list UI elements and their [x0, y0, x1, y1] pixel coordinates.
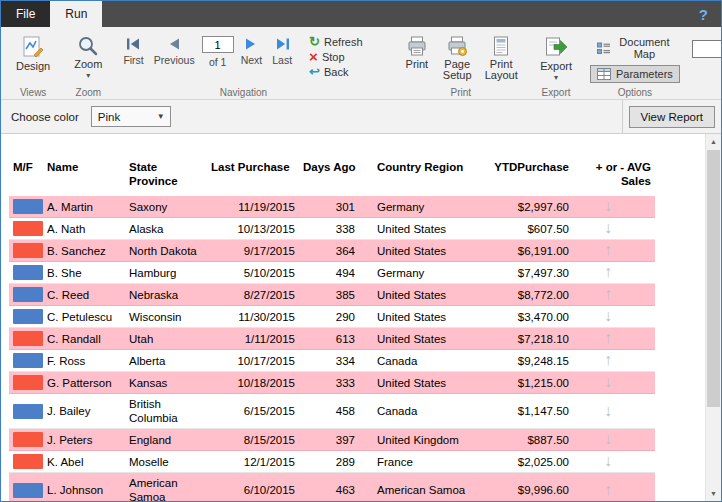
trend-down-arrow-icon: ↓ [604, 373, 612, 390]
last-purchase-cell: 10/17/2015 [207, 350, 299, 372]
table-row: B. SanchezNorth Dakota9/17/2015364United… [9, 240, 655, 262]
table-row: J. BaileyBritish Columbia6/15/2015458Can… [9, 394, 655, 429]
last-purchase-cell: 6/15/2015 [207, 394, 299, 429]
name-cell: B. She [43, 262, 125, 284]
titlebar: File Run ? [1, 1, 721, 27]
country-cell: Canada [359, 394, 481, 429]
scroll-down-icon[interactable]: ▼ [706, 486, 721, 501]
tab-file[interactable]: File [1, 1, 50, 27]
gender-bar-cell [9, 284, 43, 306]
gender-bar [13, 243, 43, 258]
vertical-scrollbar[interactable]: ▲ ▼ [705, 134, 721, 501]
trend-down-arrow-icon: ↓ [604, 452, 612, 469]
column-header-country: Country Region [359, 158, 481, 196]
scroll-up-icon[interactable]: ▲ [706, 134, 721, 149]
views-group-label: Views [5, 87, 61, 98]
gender-bar [13, 221, 43, 236]
trend-up-arrow-icon: ↑ [604, 351, 612, 368]
table-row: C. ReedNebraska8/27/2015385United States… [9, 284, 655, 306]
previous-page-icon [167, 36, 181, 51]
ytd-purchase-cell: $9,996.60 [481, 473, 573, 502]
table-row: G. PattersonKansas10/18/2015333United St… [9, 372, 655, 394]
print-layout-icon [490, 35, 512, 57]
page-box: of 1 [202, 34, 234, 68]
help-icon[interactable]: ? [686, 1, 721, 27]
name-cell: B. Sanchez [43, 240, 125, 262]
trend-up-arrow-icon: ↑ [604, 263, 612, 280]
gender-bar-cell [9, 473, 43, 502]
print-icon [406, 35, 428, 57]
trend-up-arrow-icon: ↑ [604, 285, 612, 302]
state-cell: Alaska [125, 218, 207, 240]
table-row: J. PetersEngland8/15/2015397United Kingd… [9, 429, 655, 451]
report-table: M/F Name State Province Last Purchase Da… [9, 158, 655, 501]
ribbon: Design Views Zoom ▾ Zoom [1, 27, 721, 100]
trend-up-arrow-icon: ↑ [604, 481, 612, 498]
trend-cell: ↓ [573, 451, 655, 473]
design-label: Design [16, 61, 50, 72]
refresh-button[interactable]: ↻ Refresh [305, 35, 366, 49]
first-label: First [123, 54, 143, 66]
ytd-purchase-cell: $1,215.00 [481, 372, 573, 394]
ytd-purchase-cell: $607.50 [481, 218, 573, 240]
ribbon-group-views: Design Views [5, 29, 61, 99]
scrollbar-thumb[interactable] [707, 150, 720, 407]
ytd-purchase-cell: $9,248.15 [481, 350, 573, 372]
last-purchase-cell: 9/17/2015 [207, 240, 299, 262]
export-group-label: Export [529, 87, 583, 98]
page-number-input[interactable] [202, 36, 234, 53]
zoom-group-label: Zoom [63, 87, 113, 98]
back-button[interactable]: ↩ Back [305, 65, 352, 79]
find-input[interactable] [692, 40, 722, 58]
print-layout-button[interactable]: Print Layout [480, 32, 522, 84]
report-viewer-window: File Run ? Design Views [0, 0, 722, 502]
next-page-button[interactable]: Next [238, 34, 266, 68]
days-ago-cell: 364 [299, 240, 359, 262]
gender-bar-cell [9, 218, 43, 240]
table-row: A. MartinSaxony11/19/2015301Germany$2,99… [9, 196, 655, 218]
print-button[interactable]: Print [400, 32, 435, 84]
view-report-button[interactable]: View Report [629, 106, 715, 128]
column-header-ytd: YTDPurchase [481, 158, 573, 196]
trend-cell: ↑ [573, 350, 655, 372]
export-button[interactable]: Export ▾ [534, 32, 578, 84]
name-cell: A. Nath [43, 218, 125, 240]
zoom-button[interactable]: Zoom ▾ [68, 32, 108, 82]
country-cell: France [359, 451, 481, 473]
first-page-button[interactable]: First [120, 34, 146, 68]
column-header-days-ago: Days Ago [299, 158, 359, 196]
parameters-icon [597, 68, 611, 80]
ytd-purchase-cell: $6,191.00 [481, 240, 573, 262]
state-cell: Moselle [125, 451, 207, 473]
trend-down-arrow-icon: ↓ [604, 197, 612, 214]
gender-bar [13, 432, 43, 447]
last-purchase-cell: 8/27/2015 [207, 284, 299, 306]
gender-bar [13, 287, 43, 302]
parameters-button[interactable]: Parameters [590, 65, 680, 83]
choose-color-dropdown[interactable]: Pink ▼ [91, 106, 171, 127]
design-button[interactable]: Design [10, 32, 56, 75]
gender-bar [13, 454, 43, 469]
previous-page-button[interactable]: Previous [151, 34, 198, 68]
view-report-container: View Report [622, 100, 721, 133]
last-page-button[interactable]: Last [269, 34, 295, 68]
tab-run[interactable]: Run [50, 1, 102, 27]
first-page-icon [126, 36, 141, 51]
name-cell: A. Martin [43, 196, 125, 218]
document-map-button[interactable]: Document Map [590, 33, 680, 63]
page-setup-label: Page Setup [442, 59, 472, 81]
state-cell: Saxony [125, 196, 207, 218]
titlebar-spacer [102, 1, 685, 27]
gender-bar [13, 265, 43, 280]
gender-bar [13, 353, 43, 368]
ribbon-group-options: Document Map Parameters Options [585, 29, 685, 99]
zoom-icon [77, 35, 99, 57]
name-cell: C. Reed [43, 284, 125, 306]
stop-button[interactable]: × Stop [305, 50, 348, 64]
report-table-header: M/F Name State Province Last Purchase Da… [9, 158, 655, 196]
design-icon [21, 35, 45, 59]
table-row: L. JohnsonAmerican Samoa6/10/2015463Amer… [9, 473, 655, 502]
trend-down-arrow-icon: ↓ [604, 430, 612, 447]
trend-up-arrow-icon: ↑ [604, 241, 612, 258]
page-setup-button[interactable]: Page Setup [436, 32, 478, 84]
